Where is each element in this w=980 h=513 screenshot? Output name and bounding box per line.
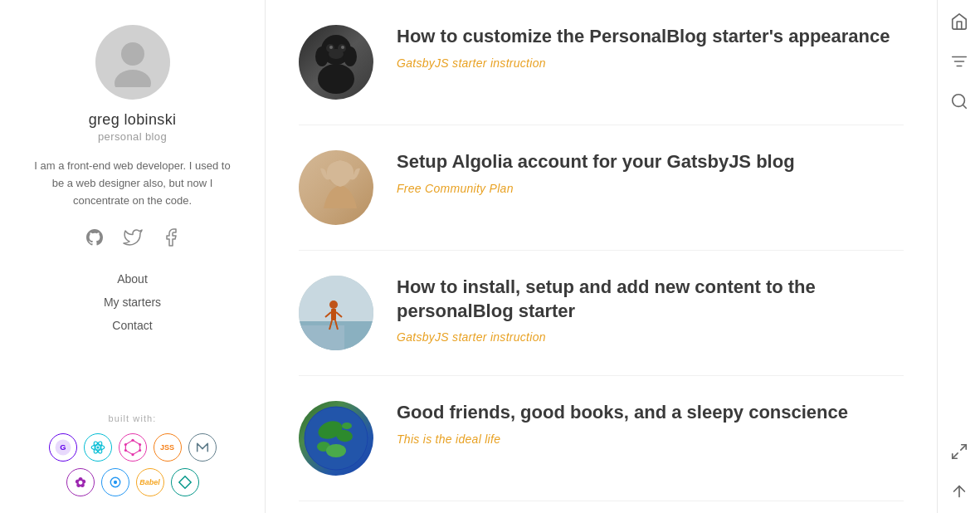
- fullscreen-icon: [950, 442, 968, 461]
- post-thumbnail: [299, 25, 373, 100]
- tech-flower[interactable]: ✿: [66, 468, 95, 496]
- post-tag: GatsbyJS starter instruction: [397, 330, 546, 344]
- post-thumbnail: [299, 276, 373, 350]
- svg-point-11: [139, 449, 141, 452]
- svg-line-52: [960, 445, 965, 450]
- earth-image: [299, 401, 373, 476]
- twitter-link[interactable]: [121, 226, 144, 249]
- tech-jss[interactable]: JSS: [154, 433, 182, 462]
- post-content: How to customize the PersonalBlog starte…: [397, 25, 904, 71]
- post-content: Setup Algolia account for your GatsbyJS …: [397, 150, 904, 196]
- social-links: [83, 226, 183, 249]
- post-thumbnail: [299, 150, 373, 225]
- built-with-section: built with: G: [41, 413, 224, 496]
- svg-point-9: [131, 439, 134, 442]
- svg-line-53: [952, 453, 957, 458]
- tech-gatsby[interactable]: G: [49, 433, 77, 462]
- right-sidebar: [937, 0, 980, 513]
- graphql-icon: [124, 438, 142, 457]
- tech-icons-grid: G: [41, 433, 224, 496]
- arrow-up-icon: [950, 482, 968, 501]
- scroll-up-button[interactable]: [948, 480, 971, 503]
- search-icon: [950, 92, 968, 110]
- svg-point-13: [124, 449, 126, 452]
- svg-point-7: [96, 446, 99, 448]
- post-content: How to install, setup and add new conten…: [397, 276, 904, 344]
- tech-react[interactable]: [84, 433, 112, 462]
- fullscreen-button[interactable]: [948, 440, 971, 463]
- author-name: greg lobinski: [89, 111, 177, 129]
- woman-image: [299, 150, 373, 225]
- svg-point-26: [329, 49, 344, 59]
- tech-graphql[interactable]: [119, 433, 147, 462]
- post-tag: This is the ideal life: [397, 432, 500, 446]
- post-title[interactable]: Setup Algolia account for your GatsbyJS …: [397, 150, 904, 174]
- svg-point-0: [121, 42, 144, 66]
- home-icon: [950, 12, 968, 31]
- github-icon: [85, 227, 105, 247]
- post-item: How to install, setup and add new conten…: [299, 251, 904, 376]
- avatar-image: [108, 37, 158, 87]
- svg-marker-8: [125, 440, 139, 454]
- filter-button[interactable]: [948, 50, 971, 73]
- post-tag: Free Community Plan: [397, 182, 514, 195]
- sidebar: greg lobinski personal blog I am a front…: [0, 0, 266, 513]
- author-bio: I am a front-end web developer. I used t…: [33, 158, 232, 209]
- gorilla-image: [299, 25, 373, 100]
- svg-point-16: [113, 481, 116, 484]
- post-thumbnail: [299, 401, 373, 476]
- post-item: Good friends, good books, and a sleepy c…: [299, 376, 904, 501]
- svg-rect-32: [331, 309, 336, 320]
- post-title[interactable]: Good friends, good books, and a sleepy c…: [397, 401, 904, 425]
- main-nav: About My starters Contact: [97, 269, 168, 335]
- tech-diamond-icon: [177, 474, 193, 491]
- author-subtitle: personal blog: [98, 130, 167, 143]
- svg-point-31: [329, 300, 338, 309]
- post-title[interactable]: How to customize the PersonalBlog starte…: [397, 25, 904, 49]
- react-icon: [89, 438, 107, 457]
- svg-point-24: [329, 46, 333, 49]
- filter-icon: [950, 52, 968, 71]
- built-with-label: built with:: [41, 413, 224, 423]
- tech-diamond[interactable]: [171, 468, 199, 496]
- tech-m[interactable]: [188, 433, 217, 462]
- svg-marker-17: [178, 476, 190, 488]
- main-content: How to customize the PersonalBlog starte…: [266, 0, 937, 513]
- facebook-link[interactable]: [159, 226, 183, 249]
- tech-babel[interactable]: Babel: [136, 468, 164, 496]
- post-item: Setup Algolia account for your GatsbyJS …: [299, 125, 904, 251]
- search-button[interactable]: [948, 90, 971, 113]
- twitter-icon: [123, 227, 143, 247]
- facebook-icon: [161, 227, 181, 247]
- post-item: How to customize the PersonalBlog starte…: [299, 0, 904, 125]
- svg-line-51: [963, 105, 966, 108]
- nav-about[interactable]: About: [110, 269, 154, 289]
- svg-point-10: [139, 443, 141, 446]
- avatar: [95, 25, 170, 100]
- post-title[interactable]: How to install, setup and add new conten…: [397, 276, 904, 323]
- nav-my-starters[interactable]: My starters: [97, 292, 168, 312]
- svg-point-25: [341, 46, 344, 49]
- svg-point-1: [115, 70, 151, 87]
- svg-point-19: [318, 64, 354, 94]
- tech-circle-icon: [107, 474, 124, 491]
- svg-point-14: [124, 443, 126, 446]
- home-button[interactable]: [948, 10, 971, 33]
- svg-point-42: [326, 444, 346, 457]
- gatsby-icon: G: [54, 438, 72, 457]
- person-image: [299, 276, 373, 350]
- svg-point-12: [131, 453, 134, 456]
- post-list: How to customize the PersonalBlog starte…: [299, 0, 904, 513]
- github-link[interactable]: [83, 226, 106, 249]
- svg-point-41: [342, 423, 352, 429]
- post-item: There are only two ways to live your lif…: [299, 501, 904, 513]
- svg-text:G: G: [60, 442, 66, 452]
- tech-circle[interactable]: [101, 468, 129, 496]
- nav-contact[interactable]: Contact: [105, 315, 158, 335]
- post-tag: GatsbyJS starter instruction: [397, 56, 546, 70]
- post-content: Good friends, good books, and a sleepy c…: [397, 401, 904, 447]
- tech-m-icon: [193, 438, 212, 457]
